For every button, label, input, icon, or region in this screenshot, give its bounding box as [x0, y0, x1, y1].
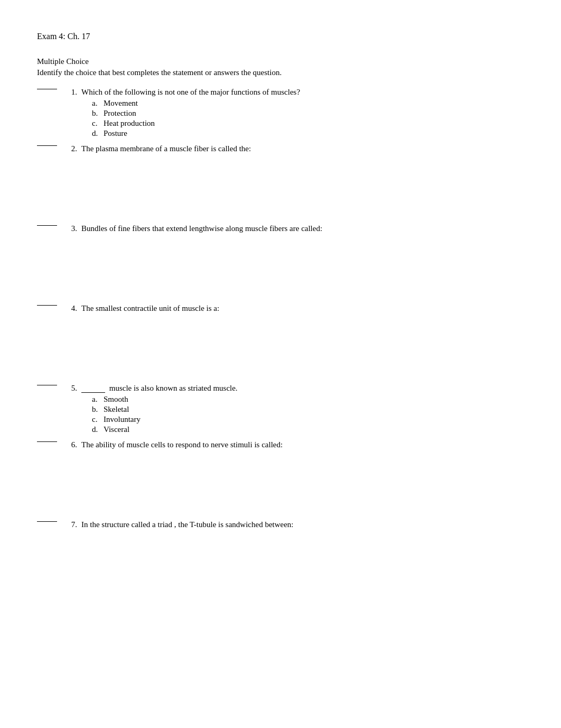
question-4-text: The smallest contractile unit of muscle … — [81, 304, 524, 313]
question-6-content: The ability of muscle cells to respond t… — [81, 440, 524, 515]
choice-label: d. — [92, 129, 104, 138]
question-2-block: 2. The plasma membrane of a muscle fiber… — [37, 144, 524, 219]
question-5-choices: a.Smooth b.Skeletal c.Involuntary d.Visc… — [92, 395, 524, 434]
question-5-text: muscle is also known as striated muscle. — [81, 384, 524, 393]
question-3-spacer — [81, 235, 524, 299]
choice-label: c. — [92, 415, 104, 424]
question-6-spacer — [81, 451, 524, 515]
question-1-number: 1. — [62, 88, 77, 97]
question-7-block: 7. In the structure called a triad , the… — [37, 520, 524, 531]
list-item: a.Smooth — [92, 395, 524, 404]
choice-text: Posture — [104, 129, 127, 138]
choice-text: Movement — [104, 99, 138, 108]
question-3-content: Bundles of fine fibers that extend lengt… — [81, 224, 524, 299]
question-4-block: 4. The smallest contractile unit of musc… — [37, 304, 524, 379]
answer-blank-7 — [37, 521, 57, 522]
choice-text: Skeletal — [104, 405, 129, 414]
question-6-number: 6. — [62, 440, 77, 449]
choice-label: c. — [92, 119, 104, 128]
question-4-spacer — [81, 315, 524, 379]
question-2-text: The plasma membrane of a muscle fiber is… — [81, 144, 524, 153]
answer-blank-4 — [37, 305, 57, 306]
answer-blank-1 — [37, 89, 57, 89]
answer-blank-6 — [37, 441, 57, 442]
question-2-number: 2. — [62, 144, 77, 153]
list-item: b.Skeletal — [92, 405, 524, 414]
choice-label: d. — [92, 425, 104, 434]
answer-blank-5 — [37, 385, 57, 385]
question-1-block: 1. Which of the following is not one of … — [37, 88, 524, 139]
list-item: a.Movement — [92, 99, 524, 108]
choice-text: Visceral — [104, 425, 129, 434]
list-item: b.Protection — [92, 109, 524, 118]
question-5-number: 5. — [62, 384, 77, 393]
choice-text: Smooth — [104, 395, 128, 404]
question-5-content: muscle is also known as striated muscle.… — [81, 384, 524, 435]
list-item: c.Heat production — [92, 119, 524, 128]
question-1-choices: a.Movement b.Protection c.Heat productio… — [92, 99, 524, 138]
question-2-spacer — [81, 155, 524, 219]
question-2-content: The plasma membrane of a muscle fiber is… — [81, 144, 524, 219]
page-title: Exam 4: Ch. 17 — [37, 32, 524, 41]
list-item: d.Posture — [92, 129, 524, 138]
question-7-content: In the structure called a triad , the T-… — [81, 520, 524, 531]
answer-blank-2 — [37, 145, 57, 146]
question-3-text: Bundles of fine fibers that extend lengt… — [81, 224, 524, 233]
question-3-number: 3. — [62, 224, 77, 233]
question-6-text: The ability of muscle cells to respond t… — [81, 440, 524, 449]
answer-blank-3 — [37, 225, 57, 226]
question-1-text: Which of the following is not one of the… — [81, 88, 524, 97]
question-3-block: 3. Bundles of fine fibers that extend le… — [37, 224, 524, 299]
section-instruction: Identify the choice that best completes … — [37, 68, 524, 77]
choice-text: Protection — [104, 109, 136, 118]
choice-label: a. — [92, 99, 104, 108]
list-item: d.Visceral — [92, 425, 524, 434]
list-item: c.Involuntary — [92, 415, 524, 424]
choice-text: Involuntary — [104, 415, 141, 424]
choice-label: b. — [92, 405, 104, 414]
question-1-content: Which of the following is not one of the… — [81, 88, 524, 139]
question-7-text: In the structure called a triad , the T-… — [81, 520, 524, 529]
question-6-block: 6. The ability of muscle cells to respon… — [37, 440, 524, 515]
question-7-number: 7. — [62, 520, 77, 529]
choice-text: Heat production — [104, 119, 155, 128]
question-5-block: 5. muscle is also known as striated musc… — [37, 384, 524, 435]
inline-blank-5 — [81, 392, 105, 393]
question-4-content: The smallest contractile unit of muscle … — [81, 304, 524, 379]
choice-label: a. — [92, 395, 104, 404]
section-type: Multiple Choice — [37, 57, 524, 66]
choice-label: b. — [92, 109, 104, 118]
question-4-number: 4. — [62, 304, 77, 313]
